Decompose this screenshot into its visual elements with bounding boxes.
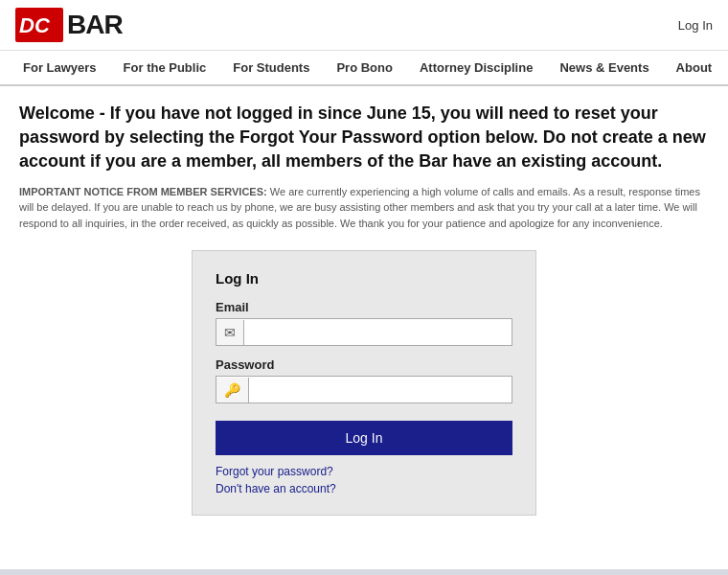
nav-item-pro-bono[interactable]: Pro Bono (323, 51, 406, 84)
welcome-heading: Welcome - If you have not logged in sinc… (19, 102, 709, 174)
form-links: Forgot your password? Don't have an acco… (216, 465, 512, 495)
no-account-link[interactable]: Don't have an account? (216, 482, 512, 495)
password-form-group: Password 🔑 (216, 357, 512, 403)
top-bar: DC BAR Log In (0, 0, 728, 51)
nav-item-for-the-public[interactable]: For the Public (110, 51, 220, 84)
email-input-wrapper: ✉ (216, 318, 512, 346)
email-icon: ✉ (216, 320, 244, 345)
email-label: Email (216, 300, 512, 314)
notice-label: IMPORTANT NOTICE FROM MEMBER SERVICES: (19, 186, 267, 197)
password-label: Password (216, 357, 512, 372)
password-icon: 🔑 (216, 378, 249, 402)
logo-icon: DC (15, 8, 63, 42)
nav-item-attorney-discipline[interactable]: Attorney Discipline (406, 51, 546, 84)
footer: For Lawyers Membership Continuing Legal … (0, 569, 728, 575)
email-form-group: Email ✉ (216, 300, 512, 346)
svg-text:DC: DC (19, 13, 51, 37)
email-input[interactable] (244, 319, 512, 345)
nav-item-for-lawyers[interactable]: For Lawyers (10, 51, 110, 84)
top-login-link[interactable]: Log In (678, 18, 713, 33)
login-form-title: Log In (216, 270, 512, 287)
login-button[interactable]: Log In (216, 421, 512, 455)
main-content: Welcome - If you have not logged in sinc… (0, 86, 728, 531)
login-container: Log In Email ✉ Password 🔑 Log In Forgot … (192, 250, 536, 516)
logo: DC BAR (15, 8, 123, 42)
password-input[interactable] (249, 377, 512, 402)
logo-text: BAR (67, 10, 123, 40)
forgot-password-link[interactable]: Forgot your password? (216, 465, 512, 478)
nav-bar: For Lawyers For the Public For Students … (0, 51, 728, 86)
nav-item-about[interactable]: About (663, 51, 726, 84)
nav-item-for-students[interactable]: For Students (219, 51, 323, 84)
nav-item-news-events[interactable]: News & Events (546, 51, 662, 84)
password-input-wrapper: 🔑 (216, 376, 512, 403)
